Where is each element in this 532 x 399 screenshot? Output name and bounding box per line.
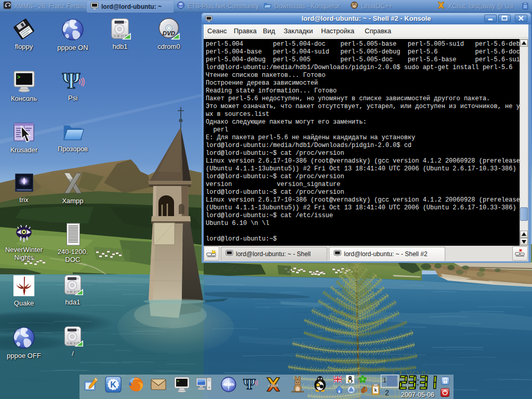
svg-text:Ψ: Ψ xyxy=(62,69,81,92)
svg-text:K: K xyxy=(110,380,116,389)
svg-text:chat: chat xyxy=(268,382,278,388)
svg-text:DVD: DVD xyxy=(163,30,175,36)
svg-text:>: > xyxy=(177,379,179,383)
svg-text:MMS: MMS xyxy=(222,382,234,387)
svg-text:Ψ: Ψ xyxy=(243,375,256,392)
svg-text:>: > xyxy=(17,74,20,81)
